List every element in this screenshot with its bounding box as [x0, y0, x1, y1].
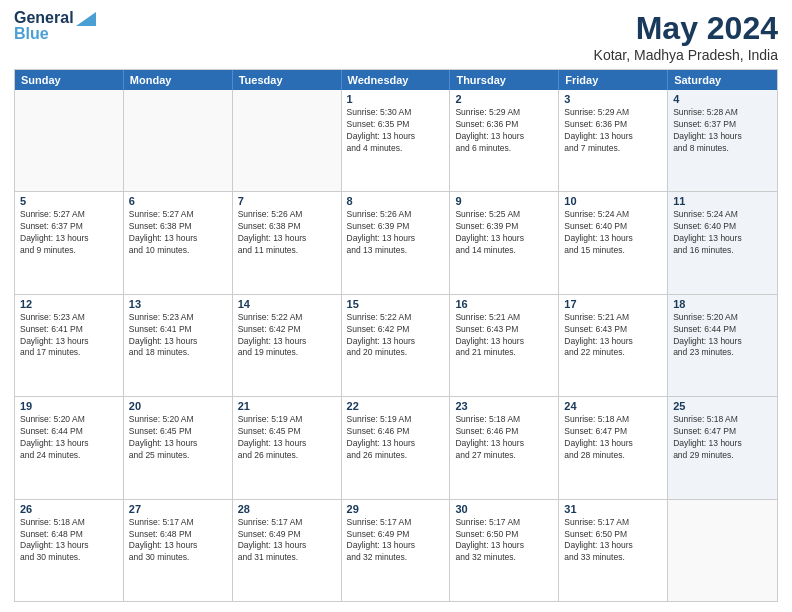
day-info-31: Sunrise: 5:17 AM Sunset: 6:50 PM Dayligh… — [564, 517, 662, 565]
day-number-6: 6 — [129, 195, 227, 207]
day-info-9: Sunrise: 5:25 AM Sunset: 6:39 PM Dayligh… — [455, 209, 553, 257]
day-cell-1: 1Sunrise: 5:30 AM Sunset: 6:35 PM Daylig… — [342, 90, 451, 191]
day-cell-27: 27Sunrise: 5:17 AM Sunset: 6:48 PM Dayli… — [124, 500, 233, 601]
day-cell-7: 7Sunrise: 5:26 AM Sunset: 6:38 PM Daylig… — [233, 192, 342, 293]
day-info-6: Sunrise: 5:27 AM Sunset: 6:38 PM Dayligh… — [129, 209, 227, 257]
day-cell-5: 5Sunrise: 5:27 AM Sunset: 6:37 PM Daylig… — [15, 192, 124, 293]
day-info-2: Sunrise: 5:29 AM Sunset: 6:36 PM Dayligh… — [455, 107, 553, 155]
day-number-2: 2 — [455, 93, 553, 105]
day-info-30: Sunrise: 5:17 AM Sunset: 6:50 PM Dayligh… — [455, 517, 553, 565]
day-info-26: Sunrise: 5:18 AM Sunset: 6:48 PM Dayligh… — [20, 517, 118, 565]
empty-cell-0-0 — [15, 90, 124, 191]
header-tuesday: Tuesday — [233, 70, 342, 90]
day-cell-31: 31Sunrise: 5:17 AM Sunset: 6:50 PM Dayli… — [559, 500, 668, 601]
day-number-1: 1 — [347, 93, 445, 105]
day-number-26: 26 — [20, 503, 118, 515]
subtitle: Kotar, Madhya Pradesh, India — [594, 47, 778, 63]
day-cell-12: 12Sunrise: 5:23 AM Sunset: 6:41 PM Dayli… — [15, 295, 124, 396]
calendar-body: 1Sunrise: 5:30 AM Sunset: 6:35 PM Daylig… — [15, 90, 777, 601]
day-info-25: Sunrise: 5:18 AM Sunset: 6:47 PM Dayligh… — [673, 414, 772, 462]
header-wednesday: Wednesday — [342, 70, 451, 90]
header-sunday: Sunday — [15, 70, 124, 90]
day-number-21: 21 — [238, 400, 336, 412]
day-cell-2: 2Sunrise: 5:29 AM Sunset: 6:36 PM Daylig… — [450, 90, 559, 191]
day-info-16: Sunrise: 5:21 AM Sunset: 6:43 PM Dayligh… — [455, 312, 553, 360]
day-info-28: Sunrise: 5:17 AM Sunset: 6:49 PM Dayligh… — [238, 517, 336, 565]
day-number-18: 18 — [673, 298, 772, 310]
day-number-12: 12 — [20, 298, 118, 310]
logo-line2: Blue — [14, 26, 96, 42]
day-number-9: 9 — [455, 195, 553, 207]
day-info-4: Sunrise: 5:28 AM Sunset: 6:37 PM Dayligh… — [673, 107, 772, 155]
day-info-29: Sunrise: 5:17 AM Sunset: 6:49 PM Dayligh… — [347, 517, 445, 565]
day-number-19: 19 — [20, 400, 118, 412]
day-cell-16: 16Sunrise: 5:21 AM Sunset: 6:43 PM Dayli… — [450, 295, 559, 396]
day-number-27: 27 — [129, 503, 227, 515]
day-cell-3: 3Sunrise: 5:29 AM Sunset: 6:36 PM Daylig… — [559, 90, 668, 191]
day-number-22: 22 — [347, 400, 445, 412]
day-cell-19: 19Sunrise: 5:20 AM Sunset: 6:44 PM Dayli… — [15, 397, 124, 498]
day-info-8: Sunrise: 5:26 AM Sunset: 6:39 PM Dayligh… — [347, 209, 445, 257]
day-number-7: 7 — [238, 195, 336, 207]
day-cell-14: 14Sunrise: 5:22 AM Sunset: 6:42 PM Dayli… — [233, 295, 342, 396]
day-cell-10: 10Sunrise: 5:24 AM Sunset: 6:40 PM Dayli… — [559, 192, 668, 293]
day-number-28: 28 — [238, 503, 336, 515]
day-number-4: 4 — [673, 93, 772, 105]
header-monday: Monday — [124, 70, 233, 90]
day-info-21: Sunrise: 5:19 AM Sunset: 6:45 PM Dayligh… — [238, 414, 336, 462]
day-info-5: Sunrise: 5:27 AM Sunset: 6:37 PM Dayligh… — [20, 209, 118, 257]
day-number-3: 3 — [564, 93, 662, 105]
page: General Blue May 2024 Kotar, Madhya Prad… — [0, 0, 792, 612]
calendar-header: Sunday Monday Tuesday Wednesday Thursday… — [15, 70, 777, 90]
day-info-12: Sunrise: 5:23 AM Sunset: 6:41 PM Dayligh… — [20, 312, 118, 360]
day-number-5: 5 — [20, 195, 118, 207]
day-cell-4: 4Sunrise: 5:28 AM Sunset: 6:37 PM Daylig… — [668, 90, 777, 191]
day-cell-28: 28Sunrise: 5:17 AM Sunset: 6:49 PM Dayli… — [233, 500, 342, 601]
day-info-11: Sunrise: 5:24 AM Sunset: 6:40 PM Dayligh… — [673, 209, 772, 257]
calendar: Sunday Monday Tuesday Wednesday Thursday… — [14, 69, 778, 602]
day-number-8: 8 — [347, 195, 445, 207]
day-number-13: 13 — [129, 298, 227, 310]
week-row-5: 26Sunrise: 5:18 AM Sunset: 6:48 PM Dayli… — [15, 500, 777, 601]
day-number-15: 15 — [347, 298, 445, 310]
day-cell-11: 11Sunrise: 5:24 AM Sunset: 6:40 PM Dayli… — [668, 192, 777, 293]
day-info-15: Sunrise: 5:22 AM Sunset: 6:42 PM Dayligh… — [347, 312, 445, 360]
header-friday: Friday — [559, 70, 668, 90]
main-title: May 2024 — [594, 10, 778, 47]
day-info-20: Sunrise: 5:20 AM Sunset: 6:45 PM Dayligh… — [129, 414, 227, 462]
day-cell-9: 9Sunrise: 5:25 AM Sunset: 6:39 PM Daylig… — [450, 192, 559, 293]
day-info-22: Sunrise: 5:19 AM Sunset: 6:46 PM Dayligh… — [347, 414, 445, 462]
day-number-16: 16 — [455, 298, 553, 310]
empty-cell-4-6 — [668, 500, 777, 601]
day-number-10: 10 — [564, 195, 662, 207]
day-cell-29: 29Sunrise: 5:17 AM Sunset: 6:49 PM Dayli… — [342, 500, 451, 601]
day-info-18: Sunrise: 5:20 AM Sunset: 6:44 PM Dayligh… — [673, 312, 772, 360]
day-cell-15: 15Sunrise: 5:22 AM Sunset: 6:42 PM Dayli… — [342, 295, 451, 396]
day-info-17: Sunrise: 5:21 AM Sunset: 6:43 PM Dayligh… — [564, 312, 662, 360]
day-number-25: 25 — [673, 400, 772, 412]
day-cell-26: 26Sunrise: 5:18 AM Sunset: 6:48 PM Dayli… — [15, 500, 124, 601]
day-number-24: 24 — [564, 400, 662, 412]
title-block: May 2024 Kotar, Madhya Pradesh, India — [594, 10, 778, 63]
day-info-27: Sunrise: 5:17 AM Sunset: 6:48 PM Dayligh… — [129, 517, 227, 565]
day-cell-25: 25Sunrise: 5:18 AM Sunset: 6:47 PM Dayli… — [668, 397, 777, 498]
day-number-31: 31 — [564, 503, 662, 515]
day-cell-18: 18Sunrise: 5:20 AM Sunset: 6:44 PM Dayli… — [668, 295, 777, 396]
day-info-1: Sunrise: 5:30 AM Sunset: 6:35 PM Dayligh… — [347, 107, 445, 155]
day-cell-30: 30Sunrise: 5:17 AM Sunset: 6:50 PM Dayli… — [450, 500, 559, 601]
day-cell-8: 8Sunrise: 5:26 AM Sunset: 6:39 PM Daylig… — [342, 192, 451, 293]
day-info-10: Sunrise: 5:24 AM Sunset: 6:40 PM Dayligh… — [564, 209, 662, 257]
day-cell-24: 24Sunrise: 5:18 AM Sunset: 6:47 PM Dayli… — [559, 397, 668, 498]
day-cell-21: 21Sunrise: 5:19 AM Sunset: 6:45 PM Dayli… — [233, 397, 342, 498]
header-saturday: Saturday — [668, 70, 777, 90]
day-number-23: 23 — [455, 400, 553, 412]
day-cell-20: 20Sunrise: 5:20 AM Sunset: 6:45 PM Dayli… — [124, 397, 233, 498]
week-row-1: 1Sunrise: 5:30 AM Sunset: 6:35 PM Daylig… — [15, 90, 777, 192]
header-thursday: Thursday — [450, 70, 559, 90]
header: General Blue May 2024 Kotar, Madhya Prad… — [14, 10, 778, 63]
day-cell-13: 13Sunrise: 5:23 AM Sunset: 6:41 PM Dayli… — [124, 295, 233, 396]
week-row-4: 19Sunrise: 5:20 AM Sunset: 6:44 PM Dayli… — [15, 397, 777, 499]
day-number-29: 29 — [347, 503, 445, 515]
svg-marker-0 — [76, 12, 96, 26]
day-cell-6: 6Sunrise: 5:27 AM Sunset: 6:38 PM Daylig… — [124, 192, 233, 293]
